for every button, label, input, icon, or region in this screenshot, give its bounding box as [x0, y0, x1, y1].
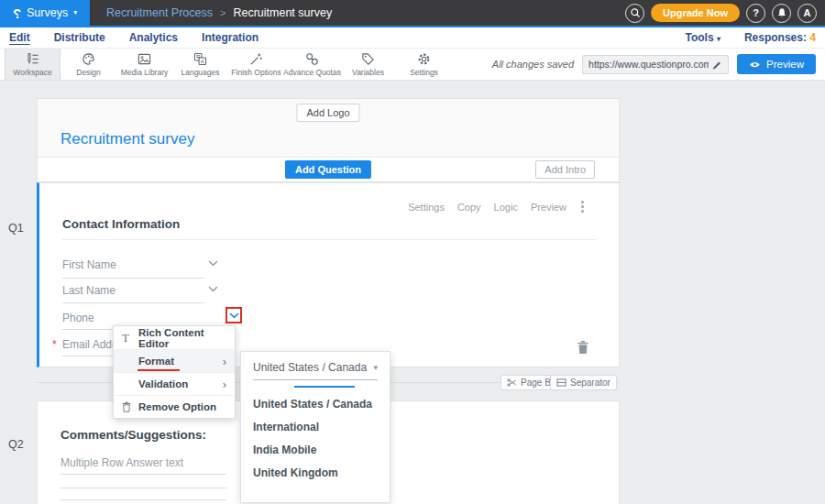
- notifications-button[interactable]: [772, 4, 791, 23]
- question-number-q2: Q2: [8, 438, 24, 451]
- format-option-international[interactable]: International: [241, 415, 390, 438]
- survey-title[interactable]: Recruitment survey: [60, 130, 194, 148]
- save-status: All changes saved: [492, 59, 574, 70]
- eye-icon: [749, 60, 761, 69]
- field-options-chevron-icon[interactable]: [208, 286, 218, 292]
- tab-analytics[interactable]: Analytics: [129, 31, 178, 44]
- trash-outline-icon: [122, 401, 131, 412]
- toolbar-item-variables[interactable]: Variables: [340, 49, 396, 80]
- toolbar-item-settings[interactable]: Settings: [396, 49, 452, 80]
- workspace-icon: [26, 52, 39, 66]
- account-avatar[interactable]: A: [798, 4, 817, 23]
- tab-integration[interactable]: Integration: [202, 31, 258, 44]
- select-focus-indicator: [294, 386, 355, 388]
- toolbar-item-design[interactable]: Design: [60, 49, 116, 80]
- delete-question-button[interactable]: [578, 341, 588, 354]
- add-question-button[interactable]: Add Question: [285, 160, 371, 179]
- format-option-us-canada[interactable]: United States / Canada: [241, 392, 390, 415]
- format-option-united-kingdom[interactable]: United Kingdom: [241, 461, 390, 484]
- toolbar-item-finish-options[interactable]: Finish Options: [228, 49, 284, 80]
- section-nav: Edit Distribute Analytics Integration To…: [0, 27, 825, 49]
- field-label-phone[interactable]: Phone: [62, 312, 94, 324]
- questionpro-logo-icon: ?: [13, 5, 21, 21]
- question-title-divider: [62, 239, 596, 240]
- survey-canvas: Add Logo Recruitment survey Add Question…: [0, 82, 825, 504]
- product-switcher[interactable]: ? Surveys ▾: [0, 0, 90, 26]
- help-icon: ?: [753, 7, 759, 18]
- answer-line[interactable]: [60, 488, 226, 488]
- toolbar-item-advance-quotas[interactable]: Advance Quotas: [284, 49, 340, 80]
- question-preview-link[interactable]: Preview: [531, 202, 566, 213]
- separator-button[interactable]: Separator: [550, 375, 617, 390]
- rich-text-icon: T: [122, 331, 129, 345]
- format-options-list: United States / Canada International Ind…: [241, 392, 390, 484]
- survey-header-top: Add Logo Recruitment survey: [38, 99, 619, 158]
- responses-link[interactable]: Responses: 4: [744, 31, 816, 44]
- design-palette-icon: [82, 52, 95, 66]
- add-logo-button[interactable]: Add Logo: [296, 104, 359, 122]
- finish-options-wand-icon: [249, 52, 263, 66]
- survey-url-field[interactable]: https://www.questionpro.com/t/APNrFZ: [582, 55, 729, 74]
- submenu-chevron-right-icon: ›: [223, 355, 226, 368]
- menu-item-remove-option[interactable]: Remove Option: [114, 395, 235, 418]
- chevron-down-icon: ▾: [717, 35, 720, 43]
- menu-item-rich-content-editor[interactable]: T Rich Content Editor: [114, 326, 235, 349]
- phone-options-chevron-highlighted[interactable]: [226, 307, 242, 323]
- submenu-chevron-right-icon: ›: [223, 378, 226, 391]
- search-icon: [630, 7, 641, 18]
- format-select[interactable]: United States / Canada ▾: [253, 361, 378, 380]
- survey-header-actions: Add Question Add Intro: [38, 158, 619, 181]
- question-logic-link[interactable]: Logic: [494, 202, 518, 213]
- help-button[interactable]: ?: [746, 4, 765, 23]
- question-title-q1[interactable]: Contact Information: [62, 217, 180, 231]
- top-bar-actions: Upgrade Now ? A: [625, 4, 817, 23]
- question-copy-link[interactable]: Copy: [457, 202, 481, 213]
- answer-line[interactable]: [60, 499, 226, 500]
- field-input-last-name[interactable]: [62, 302, 204, 303]
- questionpro-survey-editor: ? Surveys ▾ Recruitment Process > Recrui…: [0, 0, 825, 504]
- survey-url: https://www.questionpro.com/t/APNrFZ: [588, 59, 709, 70]
- field-label-first-name[interactable]: First Name: [62, 258, 116, 271]
- breadcrumb-separator-icon: >: [220, 7, 226, 18]
- upgrade-now-button[interactable]: Upgrade Now: [651, 4, 740, 22]
- tools-dropdown[interactable]: Tools ▾: [685, 31, 720, 44]
- field-options-chevron-icon[interactable]: [208, 260, 218, 267]
- toolbar-item-languages[interactable]: A Languages: [172, 49, 228, 80]
- menu-item-format[interactable]: Format ›: [114, 349, 235, 372]
- question-number-q1: Q1: [8, 222, 24, 235]
- breadcrumb-parent[interactable]: Recruitment Process: [106, 6, 213, 19]
- field-options-context-menu: T Rich Content Editor Format › Validatio…: [113, 325, 236, 419]
- question-title-q2[interactable]: Comments/Suggestions:: [60, 428, 206, 442]
- field-input-first-name[interactable]: [62, 278, 204, 279]
- annotation-red-underline: [138, 369, 180, 371]
- edit-url-pencil-icon[interactable]: [712, 60, 722, 70]
- required-marker: *: [52, 338, 57, 351]
- survey-header-card: Add Logo Recruitment survey Add Question…: [37, 98, 620, 182]
- answer-line[interactable]: [60, 474, 226, 475]
- variables-tag-icon: [361, 52, 375, 66]
- top-bar: ? Surveys ▾ Recruitment Process > Recrui…: [0, 0, 825, 27]
- question-settings-link[interactable]: Settings: [408, 202, 445, 213]
- bell-icon: [776, 7, 787, 18]
- field-label-last-name[interactable]: Last Name: [62, 284, 116, 297]
- advance-quotas-links-icon: [305, 52, 319, 66]
- select-caret-icon: ▾: [373, 363, 378, 372]
- toolbar-right: All changes saved https://www.questionpr…: [492, 49, 816, 80]
- question-more-menu-icon[interactable]: [579, 201, 586, 213]
- format-option-india-mobile[interactable]: India Mobile: [241, 438, 390, 461]
- tab-distribute[interactable]: Distribute: [54, 31, 105, 44]
- add-intro-button[interactable]: Add Intro: [535, 160, 595, 179]
- toolbar-item-workspace[interactable]: Workspace: [5, 49, 60, 80]
- languages-icon: A: [193, 52, 207, 66]
- chevron-down-icon: ▾: [73, 9, 77, 16]
- trash-icon: [578, 341, 588, 354]
- multirow-answer-placeholder[interactable]: Multiple Row Answer text: [60, 456, 183, 469]
- question-actions: Settings Copy Logic Preview: [408, 201, 586, 213]
- editor-toolbar: Workspace Design Media Library A Languag…: [0, 49, 825, 81]
- search-button[interactable]: [625, 4, 644, 23]
- menu-item-validation[interactable]: Validation ›: [114, 372, 235, 395]
- breadcrumb-current: Recruitment survey: [233, 6, 332, 19]
- tab-edit[interactable]: Edit: [9, 31, 30, 44]
- toolbar-item-media-library[interactable]: Media Library: [116, 49, 172, 80]
- preview-button[interactable]: Preview: [737, 54, 816, 74]
